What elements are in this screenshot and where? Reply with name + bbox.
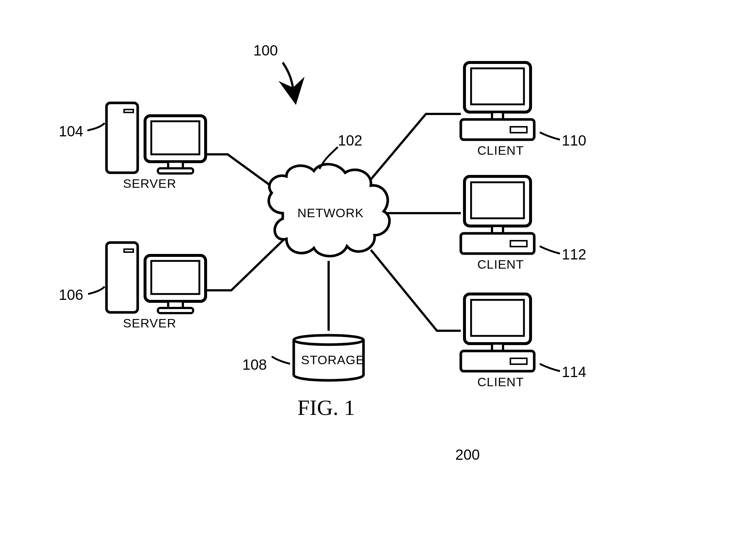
client-label: CLIENT xyxy=(477,143,524,158)
server-label: SERVER xyxy=(123,316,176,330)
ref-102: 102 xyxy=(338,132,362,149)
ref-100: 100 xyxy=(253,42,278,59)
ref-106: 106 xyxy=(59,287,83,303)
server-label: SERVER xyxy=(123,176,176,191)
client-icon xyxy=(461,176,534,254)
client-label: CLIENT xyxy=(477,375,524,389)
svg-rect-18 xyxy=(471,182,524,218)
ref-200: 200 xyxy=(455,447,480,463)
svg-rect-20 xyxy=(461,233,534,254)
figure-canvas: 100 102 NETWORK 104 SERVER 106 SERVER 11… xyxy=(0,0,756,545)
svg-rect-5 xyxy=(158,168,193,173)
svg-rect-0 xyxy=(106,103,138,173)
svg-rect-15 xyxy=(461,119,534,140)
svg-rect-11 xyxy=(158,308,193,313)
svg-rect-3 xyxy=(151,121,199,154)
ref-108: 108 xyxy=(242,356,267,373)
network-label: NETWORK xyxy=(297,206,364,220)
client-icon xyxy=(461,62,534,140)
svg-rect-6 xyxy=(106,243,138,312)
server-icon xyxy=(106,243,206,313)
diagram-svg xyxy=(0,0,756,545)
client-label: CLIENT xyxy=(477,257,524,272)
svg-rect-13 xyxy=(471,68,524,104)
ref-112: 112 xyxy=(562,246,586,263)
client-icon xyxy=(461,294,534,371)
svg-rect-23 xyxy=(471,300,524,336)
ref-104: 104 xyxy=(59,123,83,140)
svg-rect-9 xyxy=(151,261,199,294)
ref-110: 110 xyxy=(562,132,586,149)
figure-caption: FIG. 1 xyxy=(297,395,355,420)
ref-114: 114 xyxy=(562,364,586,380)
server-icon xyxy=(106,103,206,173)
svg-rect-25 xyxy=(461,351,534,371)
storage-label: STORAGE xyxy=(301,353,365,367)
